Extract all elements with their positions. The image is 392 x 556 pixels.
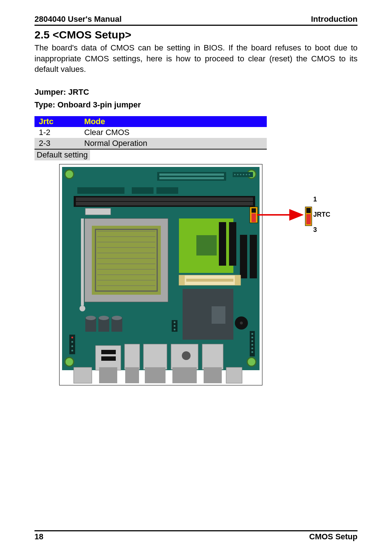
- svg-rect-91: [101, 356, 116, 361]
- jumper-info: Jumper: JRTC Type: Onboard 3-pin jumper: [34, 86, 358, 111]
- svg-rect-83: [143, 344, 167, 369]
- svg-point-13: [243, 174, 244, 175]
- svg-point-64: [252, 344, 253, 346]
- cell-jrtc: 2-3: [34, 138, 80, 149]
- cell-jrtc: 1-2: [34, 127, 80, 138]
- callout-arrow: [255, 206, 317, 228]
- svg-rect-78: [74, 367, 92, 383]
- table-row: 1-2 Clear CMOS: [34, 127, 267, 138]
- svg-point-65: [252, 348, 253, 349]
- svg-point-76: [99, 316, 109, 320]
- callout-labels: 1 JRTC 3: [313, 196, 330, 233]
- header-left: 2804040 User's Manual: [34, 15, 122, 24]
- table-header-mode: Mode: [80, 116, 267, 127]
- svg-rect-18: [156, 187, 178, 194]
- svg-point-68: [72, 337, 73, 339]
- svg-rect-6: [157, 172, 226, 181]
- svg-rect-44: [219, 222, 226, 266]
- callout-pin3: 3: [313, 226, 330, 233]
- svg-point-59: [240, 322, 243, 324]
- svg-point-71: [72, 350, 73, 352]
- svg-point-14: [246, 174, 247, 175]
- default-setting-label: Default setting: [34, 150, 90, 160]
- svg-point-4: [65, 357, 74, 366]
- svg-rect-80: [99, 367, 117, 383]
- svg-rect-51: [186, 279, 233, 282]
- cell-mode: Clear CMOS: [80, 127, 267, 138]
- svg-point-62: [252, 337, 253, 339]
- svg-rect-84: [145, 367, 166, 383]
- table-header-jrtc: Jrtc: [34, 116, 80, 127]
- svg-point-41: [79, 306, 85, 311]
- svg-point-56: [174, 325, 176, 327]
- svg-rect-95: [305, 207, 312, 226]
- svg-point-57: [174, 329, 176, 331]
- svg-rect-45: [229, 222, 236, 266]
- motherboard-svg: [59, 164, 262, 385]
- header-right: Introduction: [311, 15, 358, 24]
- jumper-label: Jumper: JRTC: [34, 86, 358, 98]
- svg-rect-43: [196, 235, 217, 255]
- svg-rect-82: [125, 367, 139, 383]
- svg-rect-86: [172, 367, 197, 383]
- cell-mode: Normal Operation: [80, 138, 267, 149]
- page-footer: 18 CMOS Setup: [34, 530, 358, 541]
- svg-point-66: [252, 351, 253, 353]
- svg-rect-21: [76, 202, 253, 205]
- svg-point-11: [237, 174, 238, 175]
- svg-point-12: [240, 174, 241, 175]
- page-header: 2804040 User's Manual Introduction: [34, 15, 358, 26]
- footer-left: 18: [34, 532, 43, 541]
- svg-point-69: [72, 341, 73, 343]
- svg-rect-97: [306, 214, 311, 224]
- svg-rect-88: [204, 367, 222, 383]
- svg-point-75: [86, 316, 96, 320]
- svg-rect-89: [226, 367, 242, 383]
- svg-point-61: [252, 333, 253, 335]
- jrtc-table: Jrtc Mode 1-2 Clear CMOS 2-3 Normal Oper…: [34, 116, 267, 150]
- svg-point-5: [247, 357, 256, 366]
- svg-rect-8: [159, 177, 224, 179]
- svg-rect-25: [252, 213, 256, 222]
- svg-rect-81: [124, 344, 140, 369]
- svg-rect-49: [179, 275, 185, 285]
- svg-rect-50: [235, 275, 241, 285]
- svg-rect-52: [183, 289, 233, 340]
- svg-rect-96: [306, 208, 311, 213]
- svg-point-55: [174, 322, 176, 323]
- svg-point-10: [234, 174, 236, 175]
- callout-pin1: 1: [313, 196, 330, 203]
- callout-jrtc: JRTC: [313, 211, 330, 218]
- svg-rect-24: [252, 208, 256, 213]
- svg-rect-17: [132, 187, 154, 194]
- section-title: 2.5 <CMOS Setup>: [34, 29, 358, 41]
- body-paragraph: The board's data of CMOS can be setting …: [34, 42, 358, 75]
- svg-point-15: [249, 174, 250, 175]
- type-label: Type: Onboard 3-pin jumper: [34, 98, 358, 111]
- svg-rect-22: [85, 208, 111, 215]
- svg-rect-16: [77, 187, 124, 194]
- svg-point-2: [65, 170, 74, 179]
- svg-rect-46: [240, 235, 247, 278]
- svg-point-92: [182, 351, 191, 360]
- svg-rect-7: [159, 173, 224, 176]
- svg-rect-90: [101, 350, 116, 354]
- table-row: 2-3 Normal Operation: [34, 138, 267, 149]
- svg-rect-20: [76, 197, 253, 201]
- svg-rect-53: [212, 306, 225, 324]
- svg-point-63: [252, 340, 253, 342]
- svg-rect-87: [202, 344, 223, 369]
- svg-rect-40: [81, 218, 84, 306]
- svg-point-77: [112, 316, 122, 320]
- svg-rect-47: [250, 235, 257, 278]
- svg-point-70: [72, 346, 73, 347]
- svg-rect-27: [92, 226, 161, 295]
- board-diagram: 1 JRTC 3: [34, 164, 358, 393]
- footer-right: CMOS Setup: [309, 532, 358, 541]
